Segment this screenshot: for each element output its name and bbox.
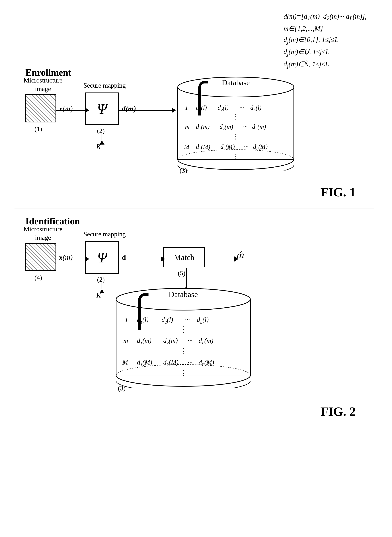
fig2-match-box: Match [163, 247, 205, 267]
fig1-arrow2 [119, 108, 176, 113]
svg-text:⋮: ⋮ [232, 132, 239, 140]
svg-text:···: ··· [239, 104, 244, 111]
fig2-db-number: (3) [118, 384, 126, 392]
svg-text:dL(m): dL(m) [199, 337, 213, 345]
svg-text:d2(M): d2(M) [220, 143, 235, 151]
svg-text:dL(M): dL(M) [199, 359, 214, 367]
svg-text:d1(m): d1(m) [137, 337, 151, 345]
svg-text:M: M [122, 359, 128, 366]
svg-text:d1(l): d1(l) [137, 316, 149, 324]
formula-line5: dj(m)∈Ñ, 1≤j≤L [284, 59, 367, 71]
svg-text:dL(M): dL(M) [253, 143, 268, 151]
svg-text:M: M [184, 143, 190, 150]
fig2-k-label: K [96, 291, 101, 300]
svg-text:d1(M): d1(M) [196, 143, 210, 151]
fig1-micro-image [25, 94, 56, 122]
formula-block: d(m)=[d1(m) d2(m)··· dL(m)], m∈{1,2,...,… [284, 11, 367, 71]
fig2-arrow1 [56, 256, 89, 262]
fig2-micro-label: Microstructureimage [23, 225, 62, 242]
fig1-micro-label: Microstructureimage [23, 76, 62, 93]
svg-text:···: ··· [243, 123, 248, 130]
fig1-arrow1 [56, 108, 89, 113]
formula-line4: dj(m)∈Ụ, 1≤j≤L [284, 46, 367, 58]
fig2-label: FIG. 2 [321, 404, 356, 419]
fig2-mhat-label: m̂ [236, 250, 244, 260]
svg-text:dL(l): dL(l) [197, 316, 209, 324]
fig2-arrow2 [119, 256, 165, 262]
svg-text:dL(m): dL(m) [252, 123, 266, 131]
svg-text:d1(M): d1(M) [137, 359, 152, 367]
fig2-micro-image [25, 243, 56, 271]
svg-text:···: ··· [244, 143, 249, 150]
fig2-secure-mapping: Secure mapping [84, 230, 126, 238]
svg-text:⋮: ⋮ [232, 112, 239, 120]
fig1-micro-number: (1) [34, 125, 42, 133]
svg-text:⋮: ⋮ [179, 347, 187, 355]
fig2-arrow3 [205, 256, 238, 262]
svg-text:1: 1 [185, 104, 188, 111]
fig2-database: Database ⎧ 1 d1(l) d2(l) ··· dL(l) ⋮ m d… [112, 287, 254, 388]
svg-text:···: ··· [188, 337, 193, 344]
fig1-k-label: K [96, 142, 101, 151]
fig1-psi-box: Ψ [85, 93, 119, 125]
svg-text:d2(l): d2(l) [218, 104, 229, 112]
fig1-label: FIG. 1 [321, 185, 356, 199]
svg-text:d2(M): d2(M) [163, 359, 178, 367]
svg-text:1: 1 [125, 316, 128, 323]
svg-text:···: ··· [188, 359, 193, 366]
svg-text:Database: Database [168, 290, 198, 299]
svg-text:d2(m): d2(m) [219, 123, 233, 131]
svg-text:⋮: ⋮ [179, 369, 187, 377]
svg-text:⋮: ⋮ [232, 152, 239, 160]
fig1-secure-mapping: Secure mapping [84, 82, 126, 89]
svg-text:d1(m): d1(m) [196, 123, 210, 131]
svg-text:m: m [185, 123, 190, 130]
page: d(m)=[d1(m) d2(m)··· dL(m)], m∈{1,2,...,… [0, 0, 392, 537]
svg-text:···: ··· [185, 316, 190, 323]
fig2-psi-box: Ψ [85, 241, 119, 274]
fig1-database: Database ⎧ 1 d1(l) d2(l) ··· dL(l) ⋮ m d… [174, 76, 298, 171]
svg-text:Database: Database [222, 79, 250, 87]
section-divider [14, 208, 374, 209]
svg-text:d1(l): d1(l) [196, 104, 207, 112]
svg-text:d2(l): d2(l) [161, 316, 173, 324]
svg-text:d2(m): d2(m) [163, 337, 178, 345]
fig2-micro-number: (4) [34, 274, 42, 282]
formula-line2: m∈{1,2,...,M} [284, 23, 367, 34]
fig1-db-number: (3) [180, 167, 187, 175]
svg-text:m: m [123, 337, 128, 344]
formula-line1: d(m)=[d1(m) d2(m)··· dL(m)], [284, 11, 367, 23]
svg-text:⋮: ⋮ [179, 325, 187, 333]
formula-line3: dj(m)∈{0,1}, 1≤j≤L [284, 34, 367, 46]
svg-text:⎧: ⎧ [128, 293, 151, 330]
svg-text:dL(l): dL(l) [250, 104, 261, 112]
